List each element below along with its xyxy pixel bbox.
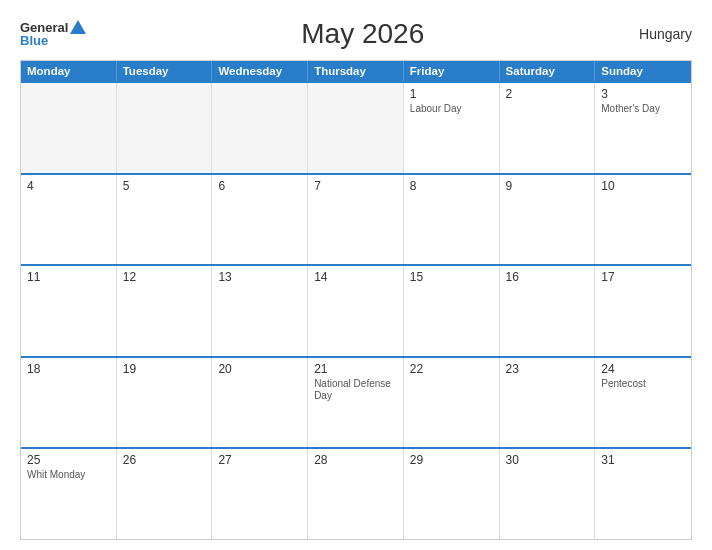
day-number: 7 bbox=[314, 179, 397, 193]
cal-cell-w2-d7: 10 bbox=[595, 175, 691, 265]
day-number: 10 bbox=[601, 179, 685, 193]
col-sunday: Sunday bbox=[595, 61, 691, 81]
cal-cell-w2-d6: 9 bbox=[500, 175, 596, 265]
day-number: 4 bbox=[27, 179, 110, 193]
cal-cell-w3-d2: 12 bbox=[117, 266, 213, 356]
day-number: 28 bbox=[314, 453, 397, 467]
cal-cell-w1-d7: 3Mother's Day bbox=[595, 83, 691, 173]
day-number: 11 bbox=[27, 270, 110, 284]
week-row-3: 11121314151617 bbox=[21, 264, 691, 356]
calendar-title: May 2026 bbox=[86, 18, 639, 50]
day-number: 14 bbox=[314, 270, 397, 284]
logo-blue-text: Blue bbox=[20, 34, 48, 48]
cal-cell-w1-d4 bbox=[308, 83, 404, 173]
col-monday: Monday bbox=[21, 61, 117, 81]
day-number: 27 bbox=[218, 453, 301, 467]
cal-cell-w2-d2: 5 bbox=[117, 175, 213, 265]
cal-cell-w5-d1: 25Whit Monday bbox=[21, 449, 117, 539]
cal-cell-w2-d3: 6 bbox=[212, 175, 308, 265]
country-label: Hungary bbox=[639, 26, 692, 42]
day-number: 30 bbox=[506, 453, 589, 467]
week-row-5: 25Whit Monday262728293031 bbox=[21, 447, 691, 539]
cal-cell-w3-d1: 11 bbox=[21, 266, 117, 356]
cal-cell-w3-d3: 13 bbox=[212, 266, 308, 356]
day-number: 24 bbox=[601, 362, 685, 376]
calendar-header: Monday Tuesday Wednesday Thursday Friday… bbox=[21, 61, 691, 81]
cal-cell-w4-d4: 21National Defense Day bbox=[308, 358, 404, 448]
day-number: 22 bbox=[410, 362, 493, 376]
cal-cell-w4-d5: 22 bbox=[404, 358, 500, 448]
week-row-4: 18192021National Defense Day222324Pentec… bbox=[21, 356, 691, 448]
cal-cell-w3-d7: 17 bbox=[595, 266, 691, 356]
day-event: Whit Monday bbox=[27, 469, 110, 481]
logo: General Blue bbox=[20, 20, 86, 48]
cal-cell-w4-d7: 24Pentecost bbox=[595, 358, 691, 448]
day-event: Pentecost bbox=[601, 378, 685, 390]
cal-cell-w4-d6: 23 bbox=[500, 358, 596, 448]
col-saturday: Saturday bbox=[500, 61, 596, 81]
day-number: 29 bbox=[410, 453, 493, 467]
week-row-2: 45678910 bbox=[21, 173, 691, 265]
cal-cell-w5-d5: 29 bbox=[404, 449, 500, 539]
cal-cell-w4-d1: 18 bbox=[21, 358, 117, 448]
day-event: Labour Day bbox=[410, 103, 493, 115]
cal-cell-w1-d3 bbox=[212, 83, 308, 173]
cal-cell-w4-d2: 19 bbox=[117, 358, 213, 448]
cal-cell-w5-d6: 30 bbox=[500, 449, 596, 539]
col-tuesday: Tuesday bbox=[117, 61, 213, 81]
day-number: 6 bbox=[218, 179, 301, 193]
header: General Blue May 2026 Hungary bbox=[20, 18, 692, 50]
day-event: National Defense Day bbox=[314, 378, 397, 402]
day-number: 23 bbox=[506, 362, 589, 376]
week-row-1: 1Labour Day23Mother's Day bbox=[21, 81, 691, 173]
day-event: Mother's Day bbox=[601, 103, 685, 115]
cal-cell-w3-d6: 16 bbox=[500, 266, 596, 356]
day-number: 13 bbox=[218, 270, 301, 284]
day-number: 9 bbox=[506, 179, 589, 193]
cal-cell-w5-d7: 31 bbox=[595, 449, 691, 539]
cal-cell-w5-d4: 28 bbox=[308, 449, 404, 539]
day-number: 3 bbox=[601, 87, 685, 101]
col-friday: Friday bbox=[404, 61, 500, 81]
calendar: Monday Tuesday Wednesday Thursday Friday… bbox=[20, 60, 692, 540]
day-number: 12 bbox=[123, 270, 206, 284]
day-number: 8 bbox=[410, 179, 493, 193]
day-number: 26 bbox=[123, 453, 206, 467]
cal-cell-w5-d3: 27 bbox=[212, 449, 308, 539]
cal-cell-w2-d1: 4 bbox=[21, 175, 117, 265]
day-number: 2 bbox=[506, 87, 589, 101]
cal-cell-w1-d2 bbox=[117, 83, 213, 173]
day-number: 1 bbox=[410, 87, 493, 101]
cal-cell-w1-d5: 1Labour Day bbox=[404, 83, 500, 173]
day-number: 18 bbox=[27, 362, 110, 376]
day-number: 21 bbox=[314, 362, 397, 376]
day-number: 20 bbox=[218, 362, 301, 376]
col-thursday: Thursday bbox=[308, 61, 404, 81]
logo-triangle-icon bbox=[70, 20, 86, 34]
day-number: 15 bbox=[410, 270, 493, 284]
day-number: 31 bbox=[601, 453, 685, 467]
cal-cell-w1-d6: 2 bbox=[500, 83, 596, 173]
day-number: 19 bbox=[123, 362, 206, 376]
page: General Blue May 2026 Hungary Monday Tue… bbox=[0, 0, 712, 550]
cal-cell-w1-d1 bbox=[21, 83, 117, 173]
cal-cell-w4-d3: 20 bbox=[212, 358, 308, 448]
calendar-body: 1Labour Day23Mother's Day456789101112131… bbox=[21, 81, 691, 539]
cal-cell-w2-d5: 8 bbox=[404, 175, 500, 265]
day-number: 5 bbox=[123, 179, 206, 193]
cal-cell-w2-d4: 7 bbox=[308, 175, 404, 265]
day-number: 16 bbox=[506, 270, 589, 284]
cal-cell-w3-d5: 15 bbox=[404, 266, 500, 356]
cal-cell-w5-d2: 26 bbox=[117, 449, 213, 539]
cal-cell-w3-d4: 14 bbox=[308, 266, 404, 356]
day-number: 25 bbox=[27, 453, 110, 467]
col-wednesday: Wednesday bbox=[212, 61, 308, 81]
day-number: 17 bbox=[601, 270, 685, 284]
